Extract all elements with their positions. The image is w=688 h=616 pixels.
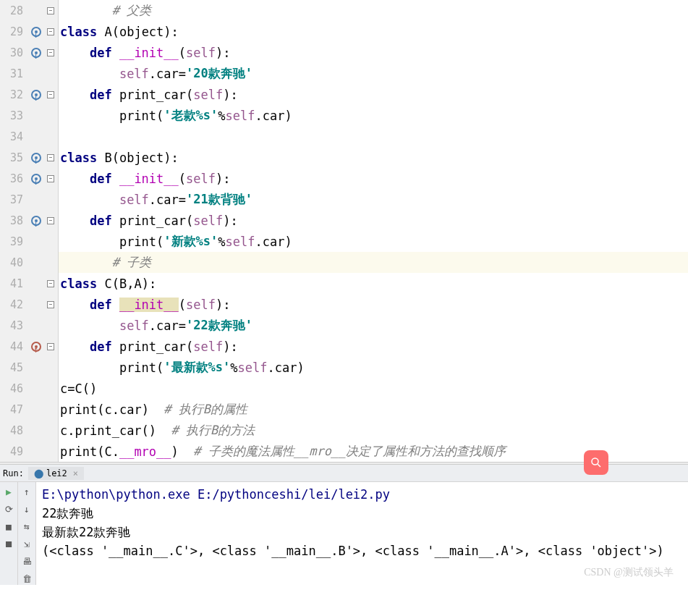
watermark: CSDN @测试领头羊 [584,566,674,579]
fold-toggle[interactable] [43,91,58,98]
code-line[interactable]: def print_car(self): [59,84,688,105]
code-line[interactable]: class B(object): [59,147,688,168]
trash-button[interactable]: 🗑 [20,572,33,585]
line-number: 45 [0,361,29,374]
line-number: 48 [0,424,29,437]
line-number: 47 [0,403,29,416]
fold-toggle[interactable] [43,154,58,161]
fold-toggle[interactable] [43,343,58,350]
line-number: 40 [0,256,29,269]
console-line: (<class '__main__.C'>, <class '__main__.… [42,541,682,560]
gutter-marker[interactable] [29,153,43,163]
console-line: 最新款22款奔驰 [42,523,682,541]
line-number: 37 [0,193,29,206]
code-line[interactable]: # 父类 [59,0,688,21]
run-label: Run: [3,468,24,478]
line-number: 39 [0,235,29,248]
fold-toggle[interactable] [43,7,58,14]
gutter-marker[interactable] [29,48,43,58]
code-line[interactable] [59,126,688,147]
search-button[interactable] [584,450,608,475]
code-line[interactable]: class C(B,A): [59,273,688,294]
code-column[interactable]: # 父类class A(object): def __init__(self):… [59,0,688,462]
line-number: 46 [0,382,29,395]
run-toolbar-left: ▶ ⟳ ■ ⏹ [0,482,18,585]
close-icon[interactable]: × [73,468,78,478]
fold-icon [47,49,54,56]
fold-icon [47,175,54,182]
fold-icon [47,154,54,161]
run-tab-name: lei2 [46,468,67,478]
gutter-marker[interactable] [29,27,43,37]
svg-line-1 [598,464,600,467]
code-line[interactable]: c=C() [59,378,688,399]
line-number: 36 [0,172,29,185]
exit-button[interactable]: ⏹ [2,537,15,550]
line-number: 31 [0,67,29,80]
code-line[interactable]: print('老款%s'%self.car) [59,105,688,126]
override-down-icon [31,48,41,58]
gutter-marker[interactable] [29,342,43,352]
fold-icon [47,301,54,308]
code-line[interactable]: def print_car(self): [59,336,688,357]
fold-icon [47,217,54,224]
override-up-icon [31,342,41,352]
line-number: 35 [0,151,29,164]
up-button[interactable]: ↑ [20,485,33,498]
gutter-marker[interactable] [29,90,43,100]
gutter-marker[interactable] [29,174,43,184]
fold-toggle[interactable] [43,28,58,35]
code-line[interactable]: class A(object): [59,21,688,42]
code-line[interactable]: def __init__(self): [59,42,688,63]
console-line: 22款奔驰 [42,504,682,523]
override-down-icon [31,90,41,100]
console-line: E:\python\python.exe E:/pythonceshi/lei/… [42,485,682,504]
line-number: 32 [0,88,29,101]
down-button[interactable]: ↓ [20,502,33,515]
fold-icon [47,7,54,14]
fold-toggle[interactable] [43,217,58,224]
run-tab[interactable]: ⬤ lei2 × [28,467,84,480]
wrap-button[interactable]: ⇆ [20,520,33,533]
code-line[interactable]: self.car='21款背驰' [59,189,688,210]
line-number: 43 [0,319,29,332]
fold-toggle[interactable] [43,280,58,287]
code-line[interactable]: c.print_car() # 执行B的方法 [59,420,688,441]
code-editor[interactable]: 2829303132333435363738394041424344454647… [0,0,688,462]
code-line[interactable]: print('最新款%s'%self.car) [59,357,688,378]
code-line[interactable]: print('新款%s'%self.car) [59,231,688,252]
code-line[interactable]: def print_car(self): [59,210,688,231]
line-number: 29 [0,25,29,38]
fold-toggle[interactable] [43,49,58,56]
fold-toggle[interactable] [43,175,58,182]
code-line[interactable]: # 子类 [59,252,688,273]
override-down-icon [31,216,41,226]
svg-point-0 [592,458,598,465]
code-line[interactable]: self.car='20款奔驰' [59,63,688,84]
fold-icon [47,28,54,35]
stop-button[interactable]: ■ [2,520,15,533]
play-button[interactable]: ▶ [2,485,15,498]
python-icon: ⬤ [34,468,43,478]
line-number: 33 [0,109,29,122]
override-down-icon [31,153,41,163]
print-button[interactable]: 🖶 [20,554,33,568]
scroll-button[interactable]: ⇲ [20,537,33,550]
code-line[interactable]: def __init__(self): [59,294,688,315]
line-number: 28 [0,4,29,17]
gutter-marker[interactable] [29,216,43,226]
line-number: 44 [0,340,29,353]
line-number: 42 [0,298,29,311]
fold-icon [47,280,54,287]
code-line[interactable]: self.car='22款奔驰' [59,315,688,336]
fold-toggle[interactable] [43,301,58,308]
line-number: 38 [0,214,29,227]
code-line[interactable]: def __init__(self): [59,168,688,189]
rerun-button[interactable]: ⟳ [2,502,15,515]
line-number: 30 [0,46,29,59]
line-number: 41 [0,277,29,290]
fold-icon [47,343,54,350]
code-line[interactable]: print(c.car) # 执行B的属性 [59,399,688,420]
line-number: 34 [0,130,29,143]
run-toolbar-mid: ↑ ↓ ⇆ ⇲ 🖶 🗑 [18,482,36,585]
